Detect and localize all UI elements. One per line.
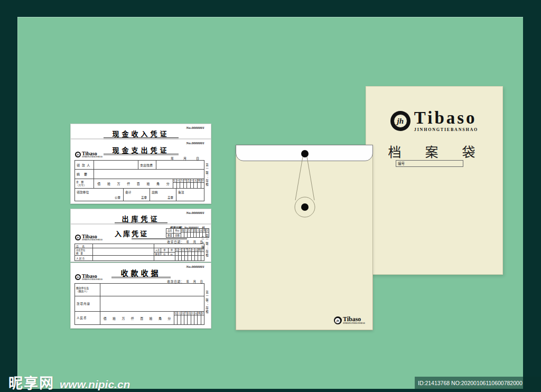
brand-logo-block: jh Tibaso JINHONGTIEBANSHAO	[366, 110, 502, 132]
table-row: 缴款单位及 （缴款人）	[75, 284, 204, 296]
digit-head: 分	[201, 179, 204, 183]
brand-monogram: jh	[76, 275, 80, 279]
brand-name: Tibaso	[414, 110, 478, 126]
field-label-rmb: 人民币	[75, 315, 89, 321]
mid-column: 入库数量	[154, 248, 161, 255]
brand-logo-small: jh Tibaso JINHONGTIEBANSHAO	[75, 274, 102, 281]
brand-subname: JINHONGTIEBANSHAO	[82, 156, 102, 158]
field-label-rmb: 人民币	[75, 256, 86, 260]
brand-subname: JINHONGTIEBANSHAO	[414, 127, 478, 132]
amount-word: 仟	[127, 181, 130, 186]
form-cash-income-voucher: No.0000001 现金收入凭证	[70, 124, 211, 139]
amount-word: 佰	[104, 316, 107, 321]
input-blank	[93, 244, 154, 248]
input-blank	[154, 244, 204, 248]
site-watermark: 昵享网 www.nipic.cn	[8, 372, 130, 392]
digit-head: 分	[206, 229, 209, 232]
brand-name: Tibaso	[82, 274, 102, 278]
amount-word: 百	[140, 316, 143, 321]
seal-note: 盖章	[141, 195, 147, 200]
digit-grid-ruled: 亿 十 万 千 百 十	[175, 256, 204, 260]
amount-word: 百	[137, 181, 140, 186]
copy-note-vertical: 第一联：存根	[205, 163, 209, 187]
title-underline	[104, 154, 179, 155]
form-cash-expense-voucher: No.0000001 现金支出凭证 jh Tibaso JINHONGTIEBA…	[70, 139, 211, 204]
table-row: 仓库货位 摘 要 入库数量 单位 单价 亿	[75, 248, 204, 256]
amount-word: 拾	[113, 316, 116, 321]
field-label-nature: 支出性质	[138, 162, 154, 168]
amount-word: 拾	[146, 181, 150, 186]
amount-word: 仟	[131, 316, 134, 321]
input-blank	[93, 248, 154, 255]
amount-word: 角	[156, 181, 160, 186]
copy-note-vertical: 第一联：存根	[205, 291, 209, 314]
amount-words-row: 佰拾万仟百拾角分	[100, 316, 174, 321]
form-table: 领 款 人 支出性质 摘 要 金 额 （大写） 佰拾万仟百拾角分 亿	[74, 160, 204, 201]
table-row: 摘 要	[75, 170, 204, 179]
string-button-closure-icon	[236, 145, 374, 225]
amount-word: 角	[158, 316, 162, 321]
brand-logo-small: jh Tibaso JINHONGTIEBANSHAO	[334, 316, 365, 324]
table-row: 款项内容	[75, 296, 204, 312]
form-table: 品 名 仓库货位 摘 要 入库数量 单位 单价	[74, 244, 204, 261]
input-blank	[94, 161, 138, 169]
brand-subname: JINHONGTIEBANSHAO	[343, 322, 365, 324]
table-row: 品 名	[75, 244, 204, 248]
brand-logo-small: jh Tibaso JINHONGTIEBANSHAO	[75, 234, 102, 241]
form-stock-out-voucher: No.0000001 出库凭证	[70, 209, 211, 224]
table-row: 人民币 佰拾万仟百拾角分 亿 十 万 千	[75, 312, 204, 324]
brand-name: Tibaso	[82, 234, 102, 239]
digit-head: 分	[201, 312, 204, 315]
field-label-loc-summary: 仓库货位 摘 要	[75, 248, 86, 256]
amount-word: 分	[167, 316, 171, 321]
header-cell: 单价金额	[174, 229, 181, 237]
envelope-number-box: 编号	[396, 160, 463, 167]
input-blank	[93, 256, 154, 260]
header-cell: 品名数量	[166, 229, 174, 237]
brand-text-block: Tibaso JINHONGTIEBANSHAO	[414, 110, 478, 132]
amount-word: 分	[166, 181, 170, 186]
amount-words-row: 佰拾万仟百拾角分	[94, 181, 173, 186]
input-blank	[94, 170, 204, 179]
copy-note-vertical: 第一联：存根（一）联	[201, 234, 209, 262]
header-cells: 品名数量单价金额	[166, 229, 181, 237]
brand-monogram: jh	[76, 153, 80, 156]
brand-name: Tibaso	[82, 151, 102, 156]
mid-column: 单位	[161, 248, 168, 255]
title-underline	[111, 277, 171, 278]
digit-grid: 亿 十 万 千 百 十	[175, 248, 204, 255]
field-label-payee: 领 款 人	[75, 162, 92, 168]
amount-word: 佰	[97, 181, 100, 186]
mid-column: 单价	[169, 248, 175, 255]
input-blank	[154, 256, 175, 260]
brand-name: Tibaso	[343, 316, 365, 322]
input-blank	[100, 284, 204, 296]
field-label-cashier: 出纳	[152, 190, 158, 194]
field-label-summary: 摘 要	[75, 171, 89, 177]
brand-text-block: Tibaso JINHONGTIEBANSHAO	[82, 274, 102, 281]
field-label-accounting: 会计	[125, 190, 132, 194]
site-url: www.nipic.cn	[60, 378, 130, 391]
seal-note: 公章	[115, 195, 120, 200]
form-title: 入库凭证	[102, 228, 161, 238]
image-id-badge: ID:21413768 NO:20200106110600782000	[415, 377, 541, 390]
brand-monogram-icon: jh	[75, 152, 81, 157]
digit-grid: 亿 十 万 千 百 十	[174, 312, 204, 324]
field-label-amount: 金 额 （大写）	[75, 180, 87, 188]
form-receipt: No.0000001 收款收据 jh Tibaso JINHONGTIEBANS…	[70, 263, 211, 329]
brand-logo-small: jh Tibaso JINHONGTIEBANSHAO	[75, 151, 102, 158]
mid-columns: 入库数量 单位 单价	[154, 248, 175, 255]
envelope-title: 档 案 袋	[366, 142, 502, 161]
amount-word: 拾	[150, 316, 153, 321]
amount-word: 万	[122, 316, 125, 321]
field-label-content: 款项内容	[75, 301, 92, 306]
brand-monogram: jh	[394, 114, 407, 128]
brand-text-block: Tibaso JINHONGTIEBANSHAO	[82, 151, 102, 158]
digit-column: 分	[201, 179, 204, 188]
field-label-unit: 领款单位	[77, 190, 89, 194]
brand-monogram-icon: jh	[75, 235, 81, 240]
brand-subname: JINHONGTIEBANSHAO	[82, 278, 102, 281]
brand-text-block: Tibaso JINHONGTIEBANSHAO	[343, 316, 365, 324]
archive-envelope-back: jh Tibaso JINHONGTIEBANSHAO	[236, 145, 373, 330]
table-row: 领款单位 公章 会计 盖章 出纳 盖章 备注	[75, 189, 204, 201]
